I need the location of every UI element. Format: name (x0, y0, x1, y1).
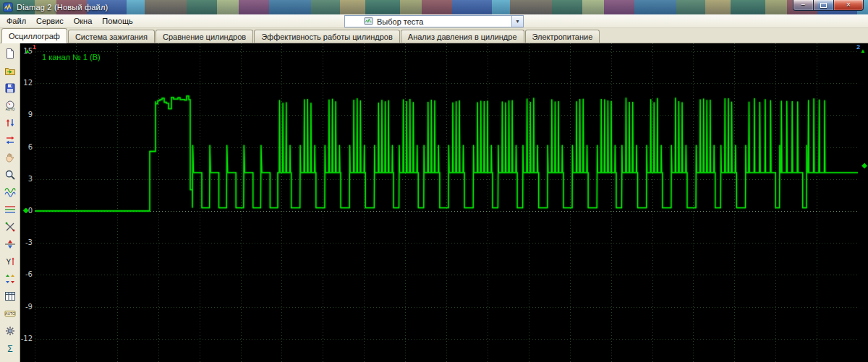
auto-range-button[interactable]: AUTO (1, 97, 19, 114)
sigma-icon: Σ (4, 342, 16, 354)
menubar: Файл Сервис Окна Помощь Выбор теста ▾ (0, 14, 868, 28)
time-scale-button[interactable] (1, 132, 19, 149)
open-file-icon (4, 65, 16, 77)
tab-cylinder-efficiency[interactable]: Эффективность работы цилиндров (254, 30, 400, 43)
chevron-down-icon: ▾ (516, 18, 519, 25)
maximize-button[interactable] (814, 0, 833, 11)
overlay-signals-button[interactable] (1, 184, 19, 201)
svg-text:Y: Y (6, 258, 11, 266)
channel-marker-1[interactable]: 1 (33, 44, 36, 51)
zero-level-diamond-left-icon[interactable]: ◆ (23, 207, 29, 214)
test-icon (364, 17, 373, 26)
y-tick-label: -9 (25, 303, 33, 311)
app-icon (3, 2, 13, 12)
level-divider-button[interactable] (1, 236, 19, 253)
measure-y-button[interactable]: Y (1, 253, 19, 270)
window-title: Diamag 2 (Новый файл) (17, 3, 108, 12)
close-button[interactable]: × (833, 0, 864, 11)
trigger-triangle-right-icon[interactable]: ▲ (860, 48, 866, 54)
app-window: Diamag 2 (Новый файл) − × Файл Сервис Ок… (0, 0, 868, 362)
split-channels-icon (4, 204, 16, 215)
table-view-icon (4, 290, 16, 302)
open-file-button[interactable] (1, 62, 19, 79)
markers-icon (4, 221, 16, 233)
test-select-label: Выбор теста (377, 17, 423, 26)
zoom-button[interactable] (1, 166, 19, 184)
channel-label: 1 канал № 1 (В) (42, 53, 101, 61)
level-diamond-right-icon[interactable]: ◆ (861, 162, 867, 169)
y-tick-label: -3 (25, 238, 33, 246)
save-file-icon (4, 82, 16, 94)
sort-arrows-button[interactable] (1, 270, 19, 288)
time-scale-icon (4, 134, 16, 146)
menu-windows[interactable]: Окна (69, 15, 98, 27)
close-icon: × (846, 1, 851, 9)
tab-power-supply[interactable]: Электропитание (525, 30, 600, 43)
menu-service[interactable]: Сервис (31, 15, 69, 27)
minimize-icon: − (801, 1, 806, 9)
zoom-icon (4, 169, 16, 181)
y-tick-label: 12 (23, 79, 33, 87)
save-file-button[interactable] (1, 79, 19, 97)
sort-arrows-icon (4, 273, 16, 285)
new-document-icon (4, 48, 16, 59)
table-view-button[interactable] (1, 288, 19, 305)
svg-text:AUTO: AUTO (5, 311, 15, 316)
menu-file[interactable]: Файл (1, 15, 31, 27)
maximize-icon (820, 3, 827, 8)
test-select-combobox[interactable]: Выбор теста ▾ (344, 15, 524, 27)
split-channels-button[interactable] (1, 201, 19, 218)
new-document-button[interactable] (1, 45, 19, 62)
measure-y-icon: Y (4, 256, 16, 267)
minimize-button[interactable]: − (793, 0, 814, 11)
auto-range-icon: AUTO (4, 100, 16, 111)
trigger-triangle-left-icon[interactable]: ▲ (25, 48, 30, 54)
svg-text:AUTO: AUTO (5, 108, 14, 111)
tab-ignition-system[interactable]: Система зажигания (68, 30, 155, 43)
pan-hand-button[interactable] (1, 149, 19, 166)
oscilloscope-area[interactable]: 15129630-3-6-9-12 1 канал № 1 (В) 1 2 ▲ … (20, 43, 868, 362)
auto-setup-button[interactable]: AUTO (1, 305, 19, 322)
scope-canvas[interactable] (35, 43, 858, 362)
titlebar[interactable]: Diamag 2 (Новый файл) − × (0, 0, 868, 14)
y-tick-label: -6 (25, 270, 33, 278)
y-tick-label: 3 (28, 175, 33, 183)
tab-oscillograph[interactable]: Осциллограф (1, 28, 67, 43)
overlay-signals-icon (4, 186, 16, 198)
menu-help[interactable]: Помощь (97, 15, 138, 27)
statistics-button[interactable]: Σ (1, 340, 19, 357)
y-tick-label: -12 (21, 335, 33, 342)
svg-text:Σ: Σ (7, 344, 12, 354)
tab-cylinder-pressure-analysis[interactable]: Анализ давления в цилиндре (401, 30, 524, 43)
y-axis-labels: 15129630-3-6-9-12 (20, 43, 33, 362)
y-tick-label: 6 (28, 143, 33, 151)
tab-bar: Осциллограф Система зажигания Сравнение … (0, 28, 868, 43)
main-area: AUTO Y AUTO Σ 15129630-3-6-9-12 1 канал … (0, 43, 868, 362)
window-controls: − × (793, 0, 864, 11)
y-tick-label: 9 (28, 111, 33, 118)
pan-hand-icon (4, 152, 16, 163)
left-toolbar: AUTO Y AUTO Σ (0, 43, 20, 362)
settings-button[interactable] (1, 322, 19, 340)
combo-dropdown-button[interactable]: ▾ (511, 16, 523, 27)
markers-button[interactable] (1, 218, 19, 236)
level-divider-icon (4, 238, 16, 250)
amplitude-scale-icon (4, 117, 16, 129)
amplitude-scale-button[interactable] (1, 114, 19, 132)
auto-setup-icon: AUTO (4, 308, 16, 319)
tab-cylinder-comparison[interactable]: Сравнение цилиндров (156, 30, 253, 43)
gear-icon (4, 325, 16, 337)
